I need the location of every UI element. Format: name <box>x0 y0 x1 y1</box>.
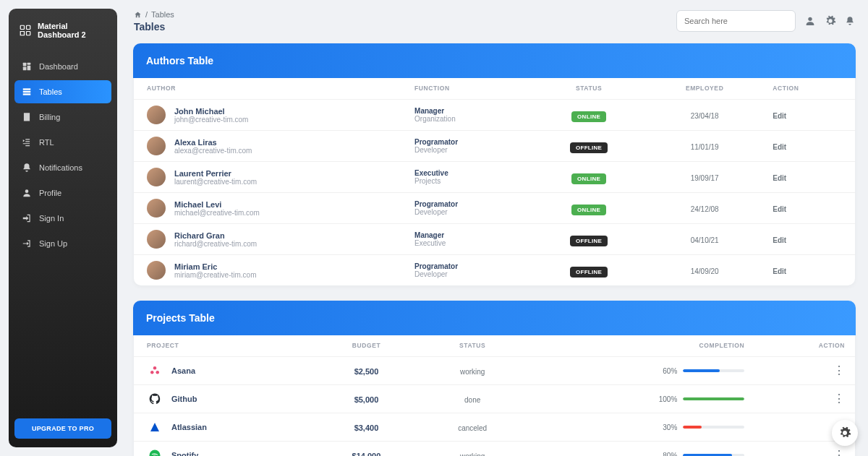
bell-icon[interactable] <box>845 16 855 26</box>
project-name: Atlassian <box>171 423 207 431</box>
sidebar-item-label: Dashboard <box>39 62 78 71</box>
topbar-right <box>676 10 855 32</box>
svg-rect-6 <box>23 67 27 71</box>
more-icon[interactable]: ⋮ <box>833 392 845 405</box>
sidebar-item-profile[interactable]: Profile <box>14 181 111 205</box>
account-icon[interactable] <box>804 15 816 27</box>
svg-rect-8 <box>23 91 31 93</box>
login-icon <box>22 213 32 223</box>
author-email: michael@creative-tim.com <box>174 209 260 217</box>
table-row: Miriam Ericmiriam@creative-tim.comProgra… <box>134 255 855 286</box>
avatar <box>147 137 166 155</box>
project-status: done <box>464 396 480 404</box>
employed-date: 24/12/08 <box>691 205 719 213</box>
edit-link[interactable]: Edit <box>773 236 786 244</box>
author-name: Laurent Perrier <box>174 169 257 178</box>
projects-card: Projects Table PROJECTBUDGETSTATUSCOMPLE… <box>134 301 855 456</box>
svg-point-10 <box>25 189 29 193</box>
edit-link[interactable]: Edit <box>773 205 786 213</box>
sidebar: Material Dashboard 2 DashboardTablesBill… <box>9 9 117 447</box>
progress-bar <box>683 369 744 372</box>
sidebar-item-notifications[interactable]: Notifications <box>14 156 111 179</box>
projects-th-project: PROJECT <box>134 335 313 357</box>
project-budget: $14,000 <box>352 452 381 456</box>
project-icon <box>147 391 163 407</box>
author-dept: Developer <box>414 208 521 216</box>
more-icon[interactable]: ⋮ <box>833 364 845 377</box>
author-role: Executive <box>414 169 521 177</box>
svg-point-15 <box>150 450 161 457</box>
edit-link[interactable]: Edit <box>773 267 786 275</box>
projects-th-action: ACTION <box>754 335 855 357</box>
projects-card-title: Projects Table <box>133 301 856 335</box>
project-name: Spotify <box>171 451 198 456</box>
table-row: Michael Levimichael@creative-tim.comProg… <box>134 193 855 224</box>
progress-bar <box>683 426 744 429</box>
svg-point-13 <box>150 371 154 374</box>
sidebar-item-label: Notifications <box>39 163 82 172</box>
edit-link[interactable]: Edit <box>773 143 786 151</box>
status-badge: ONLINE <box>571 111 606 122</box>
svg-point-11 <box>808 17 812 21</box>
table-row: Alexa Lirasalexa@creative-tim.comProgram… <box>134 131 855 162</box>
employed-date: 14/09/20 <box>691 267 719 275</box>
svg-point-14 <box>156 371 160 374</box>
project-status: working <box>460 368 485 376</box>
signup-icon <box>22 238 32 249</box>
authors-th-function: FUNCTION <box>404 77 531 100</box>
author-role: Programator <box>414 262 521 270</box>
sidebar-item-dashboard[interactable]: Dashboard <box>14 55 111 78</box>
author-email: miriam@creative-tim.com <box>174 271 257 279</box>
search-input[interactable] <box>676 10 796 32</box>
avatar <box>147 230 166 249</box>
page-title: Tables <box>134 21 174 33</box>
project-name: Github <box>171 395 197 403</box>
sidebar-item-billing[interactable]: Billing <box>14 106 111 129</box>
table-row: Asana$2,500working60%⋮ <box>134 357 855 385</box>
employed-date: 19/09/17 <box>691 174 719 182</box>
table-row: Laurent Perrierlaurent@creative-tim.comE… <box>134 162 855 193</box>
breadcrumb-current: Tables <box>151 10 174 19</box>
rtl-icon <box>22 137 32 147</box>
person-icon <box>22 188 32 198</box>
home-icon[interactable] <box>134 11 142 19</box>
authors-table: AUTHORFUNCTIONSTATUSEMPLOYEDACTION John … <box>134 77 855 285</box>
edit-link[interactable]: Edit <box>773 112 786 120</box>
svg-rect-7 <box>23 88 31 90</box>
project-icon <box>147 419 163 435</box>
author-role: Programator <box>414 138 521 146</box>
project-status: working <box>460 452 485 456</box>
sidebar-item-label: Sign Up <box>39 239 67 248</box>
completion-pct: 80% <box>663 452 677 457</box>
topbar: / Tables Tables <box>134 10 855 33</box>
avatar <box>147 168 166 186</box>
svg-rect-1 <box>27 25 30 29</box>
brand-icon <box>19 24 32 37</box>
author-role: Manager <box>414 231 521 239</box>
authors-card: Authors Table AUTHORFUNCTIONSTATUSEMPLOY… <box>134 43 855 285</box>
author-email: alexa@creative-tim.com <box>174 147 252 155</box>
avatar <box>147 106 166 124</box>
svg-point-12 <box>153 366 157 370</box>
more-icon[interactable]: ⋮ <box>833 449 845 456</box>
sidebar-item-tables[interactable]: Tables <box>14 80 111 103</box>
table-row: Github$5,000done100%⋮ <box>134 385 855 413</box>
completion-pct: 60% <box>663 367 677 375</box>
edit-link[interactable]: Edit <box>773 174 786 182</box>
svg-rect-4 <box>27 63 31 65</box>
upgrade-button[interactable]: UPGRADE TO PRO <box>14 418 111 439</box>
gear-icon[interactable] <box>825 15 836 27</box>
sidebar-item-rtl[interactable]: RTL <box>14 131 111 154</box>
settings-fab[interactable] <box>832 420 858 446</box>
employed-date: 23/04/18 <box>691 112 719 120</box>
sidebar-item-sign-up[interactable]: Sign Up <box>14 232 111 255</box>
sidebar-item-sign-in[interactable]: Sign In <box>14 207 111 230</box>
authors-th-author: AUTHOR <box>134 77 404 100</box>
employed-date: 04/10/21 <box>691 236 719 244</box>
project-icon <box>147 363 163 379</box>
author-dept: Developer <box>414 146 521 154</box>
table-icon <box>22 87 32 97</box>
table-row: John Michaeljohn@creative-tim.comManager… <box>134 100 855 131</box>
project-budget: $2,500 <box>354 367 379 376</box>
table-row: Atlassian$3,400canceled30%⋮ <box>134 413 855 442</box>
